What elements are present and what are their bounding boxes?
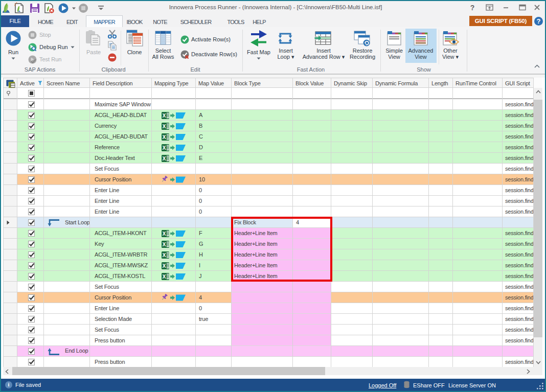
svg-text:X: X [162, 123, 166, 129]
svg-text:X: X [162, 145, 166, 151]
svg-text:X: X [162, 263, 166, 269]
svg-text:X: X [162, 230, 166, 237]
svg-text:X: X [162, 112, 166, 119]
svg-text:X: X [162, 155, 166, 162]
svg-text:X: X [162, 252, 166, 258]
svg-text:?: ? [470, 4, 475, 12]
svg-text:X: X [162, 273, 166, 280]
svg-text:X: X [162, 134, 166, 140]
svg-text:X: X [162, 241, 166, 247]
